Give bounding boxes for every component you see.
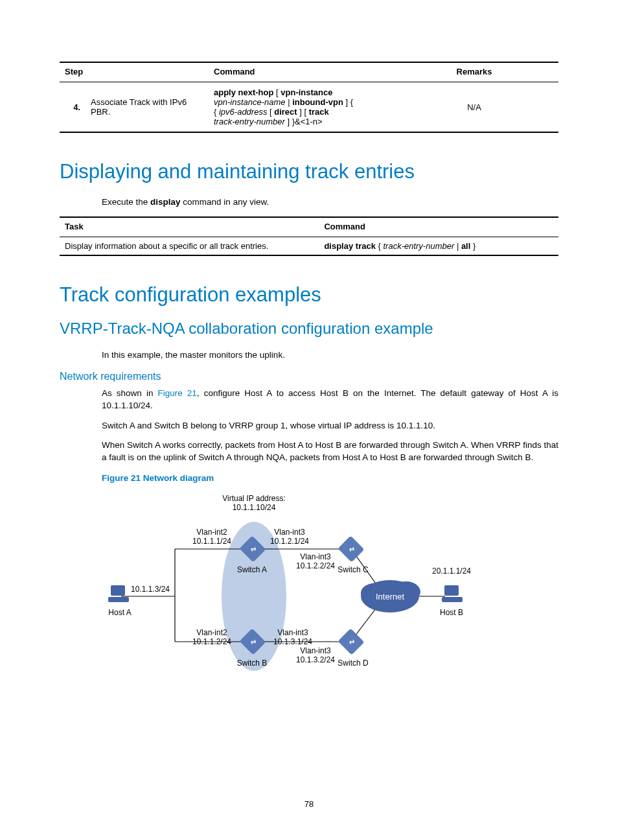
host-a-icon xyxy=(108,585,129,602)
task-desc: Display information about a specific or … xyxy=(60,237,319,255)
svg-rect-22 xyxy=(108,597,129,602)
table-row: Display information about a specific or … xyxy=(60,237,558,255)
th-step: Step xyxy=(60,62,209,82)
svg-text:⇄: ⇄ xyxy=(251,546,256,553)
heading-displaying: Displaying and maintaining track entries xyxy=(60,160,558,183)
step-remarks: N/A xyxy=(390,82,558,133)
task-command: display track { track-entry-number | all… xyxy=(319,237,558,255)
intro-paragraph: Execute the display command in any view. xyxy=(102,196,558,209)
svg-text:Vlan-int3: Vlan-int3 xyxy=(300,552,331,561)
svg-rect-21 xyxy=(111,585,125,596)
svg-text:10.1.3.1/24: 10.1.3.1/24 xyxy=(273,637,312,646)
svg-text:Switch A: Switch A xyxy=(237,565,267,574)
req-p3: When Switch A works correctly, packets f… xyxy=(102,439,558,464)
step-command: apply next-hop [ vpn-instance vpn-instan… xyxy=(209,82,390,133)
th-command2: Command xyxy=(319,217,558,237)
svg-text:Vlan-int2: Vlan-int2 xyxy=(196,628,227,637)
svg-rect-24 xyxy=(442,597,463,602)
table-row: 4. Associate Track with IPv6 PBR. apply … xyxy=(60,82,558,133)
host-b-icon xyxy=(442,585,463,602)
svg-text:Host B: Host B xyxy=(440,608,463,617)
req-p2: Switch A and Switch B belong to VRRP gro… xyxy=(102,420,558,432)
step-command-table: Step Command Remarks 4. Associate Track … xyxy=(60,62,558,133)
svg-text:10.1.2.1/24: 10.1.2.1/24 xyxy=(270,537,309,546)
th-task: Task xyxy=(60,217,319,237)
figure-link[interactable]: Figure 21 xyxy=(157,388,196,398)
th-command: Command xyxy=(209,62,390,82)
svg-text:Switch D: Switch D xyxy=(338,659,369,668)
svg-text:⇄: ⇄ xyxy=(251,638,256,646)
svg-text:Vlan-int3: Vlan-int3 xyxy=(300,646,331,655)
svg-text:Switch B: Switch B xyxy=(237,659,268,668)
step-desc: Associate Track with IPv6 PBR. xyxy=(86,82,209,133)
figure-caption: Figure 21 Network diagram xyxy=(102,473,558,483)
heading-network-req: Network requirements xyxy=(60,371,558,382)
svg-text:10.1.2.2/24: 10.1.2.2/24 xyxy=(296,561,335,570)
task-command-table: Task Command Display information about a… xyxy=(60,216,558,256)
heading-vrrp: VRRP-Track-NQA collaboration configurati… xyxy=(60,320,558,338)
th-remarks: Remarks xyxy=(390,62,558,82)
svg-text:10.1.1.2/24: 10.1.1.2/24 xyxy=(192,637,231,646)
svg-text:Host A: Host A xyxy=(108,608,131,617)
req-p1: As shown in Figure 21, configure Host A … xyxy=(102,388,558,412)
svg-text:10.1.1.1/24: 10.1.1.1/24 xyxy=(192,537,231,546)
step-number: 4. xyxy=(60,82,86,133)
example-intro: In this example, the master monitors the… xyxy=(102,349,558,362)
svg-rect-23 xyxy=(444,585,459,596)
switch-d-icon: ⇄ xyxy=(338,629,364,655)
svg-text:⇄: ⇄ xyxy=(349,546,354,553)
network-diagram: Internet ⇄ ⇄ ⇄ ⇄ Virtual IP address: 10.… xyxy=(102,489,490,680)
svg-text:20.1.1.1/24: 20.1.1.1/24 xyxy=(432,566,471,576)
svg-text:Vlan-int3: Vlan-int3 xyxy=(277,628,308,637)
svg-text:Vlan-int2: Vlan-int2 xyxy=(196,528,227,537)
switch-c-icon: ⇄ xyxy=(338,536,364,563)
svg-text:Vlan-int3: Vlan-int3 xyxy=(274,528,305,537)
page-number: 78 xyxy=(0,799,618,809)
svg-text:10.1.1.3/24: 10.1.1.3/24 xyxy=(131,585,170,594)
svg-text:10.1.1.10/24: 10.1.1.10/24 xyxy=(233,503,276,512)
svg-text:⇄: ⇄ xyxy=(349,638,354,646)
svg-text:Switch C: Switch C xyxy=(338,565,369,574)
svg-text:10.1.3.2/24: 10.1.3.2/24 xyxy=(296,655,335,664)
internet-label: Internet xyxy=(376,592,404,601)
svg-text:Virtual IP address:: Virtual IP address: xyxy=(222,494,286,503)
heading-examples: Track configuration examples xyxy=(60,283,558,307)
